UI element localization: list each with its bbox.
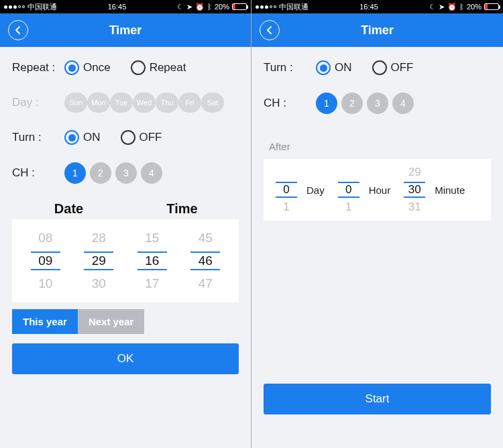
day-wheel[interactable]: 0 1	[273, 164, 300, 215]
channel-1[interactable]: 1	[64, 162, 86, 184]
radio-unchecked-icon	[372, 60, 387, 75]
tab-next-year[interactable]: Next year	[78, 309, 145, 334]
channel-3[interactable]: 3	[115, 162, 137, 184]
picker-header: Date Time	[12, 201, 239, 217]
status-bar: 中国联通 16:45 ☾ ➤ ⏰ ᛒ 20%	[252, 0, 503, 13]
time-header: Time	[125, 201, 239, 217]
radio-unchecked-icon	[131, 60, 146, 75]
page-title: Timer	[361, 23, 394, 38]
month-wheel[interactable]: 08 09 10	[19, 229, 72, 293]
channel-label: CH :	[12, 166, 64, 180]
back-button[interactable]	[8, 20, 28, 40]
nav-bar: Timer	[0, 13, 251, 47]
screen-timer-countdown: 中国联通 16:45 ☾ ➤ ⏰ ᛒ 20% Timer Turn : ON	[252, 0, 503, 448]
channel-3[interactable]: 3	[367, 93, 388, 114]
day-chip-fri[interactable]: Fri	[178, 93, 201, 113]
hour-wheel[interactable]: 15 16 17	[125, 229, 179, 293]
moon-icon: ☾	[429, 3, 436, 11]
chevron-left-icon	[266, 26, 274, 34]
battery-pct: 20%	[467, 3, 482, 11]
date-header: Date	[12, 201, 125, 217]
alarm-icon: ⏰	[447, 3, 457, 11]
channel-2[interactable]: 2	[341, 93, 363, 114]
screen-timer-schedule: 中国联通 16:45 ☾ ➤ ⏰ ᛒ 20% Timer Repeat : On…	[0, 0, 252, 448]
year-tabs: This year Next year	[12, 309, 239, 334]
moon-icon: ☾	[177, 3, 184, 11]
hour-unit: Hour	[365, 184, 399, 196]
duration-picker[interactable]: 0 1 Day 0 1 Hour 29 30 31 Minute	[264, 159, 491, 221]
status-bar: 中国联通 16:45 ☾ ➤ ⏰ ᛒ 20%	[0, 0, 251, 13]
carrier-label: 中国联通	[27, 2, 57, 12]
signal-dots-icon	[256, 5, 276, 9]
radio-unchecked-icon	[121, 130, 135, 145]
repeat-label: Repeat :	[12, 61, 64, 74]
back-button[interactable]	[260, 20, 280, 40]
bluetooth-icon: ᛒ	[459, 3, 464, 11]
day-unit: Day	[302, 184, 333, 196]
radio-checked-icon	[64, 60, 79, 75]
day-label: Day :	[12, 96, 64, 109]
after-label: After	[269, 141, 491, 152]
turn-on-option[interactable]: ON	[316, 60, 352, 75]
radio-checked-icon	[64, 130, 79, 145]
channel-1[interactable]: 1	[316, 93, 337, 114]
repeat-repeat-option[interactable]: Repeat	[131, 60, 186, 75]
carrier-label: 中国联通	[279, 2, 309, 12]
channel-row: CH : 1 2 3 4	[264, 93, 491, 114]
repeat-once-option[interactable]: Once	[64, 60, 111, 75]
clock-label: 16:45	[359, 3, 378, 11]
channel-label: CH :	[264, 97, 316, 110]
turn-on-option[interactable]: ON	[64, 130, 101, 145]
battery-icon	[232, 3, 247, 10]
location-icon: ➤	[439, 3, 445, 11]
day-chip-sat[interactable]: Sat	[201, 93, 224, 113]
battery-pct: 20%	[215, 3, 229, 11]
turn-off-option[interactable]: OFF	[121, 130, 162, 145]
bluetooth-icon: ᛒ	[207, 3, 212, 11]
day-chip-wed[interactable]: Wed	[133, 93, 156, 113]
channel-2[interactable]: 2	[90, 162, 111, 184]
hour-wheel[interactable]: 0 1	[335, 164, 362, 215]
signal-dots-icon	[4, 5, 25, 9]
day-chip-tue[interactable]: Tue	[110, 93, 133, 113]
minute-wheel[interactable]: 29 30 31	[401, 164, 428, 215]
day-row: Day : Sun Mon Tue Wed Thu Fri Sat	[12, 93, 239, 113]
channel-4[interactable]: 4	[392, 93, 414, 114]
turn-row: Turn : ON OFF	[264, 60, 491, 75]
minute-unit: Minute	[431, 184, 473, 196]
channel-4[interactable]: 4	[141, 162, 162, 184]
clock-label: 16:45	[108, 3, 127, 11]
page-title: Timer	[109, 23, 142, 38]
day-chip-sun[interactable]: Sun	[64, 93, 87, 113]
turn-label: Turn :	[12, 131, 64, 144]
repeat-row: Repeat : Once Repeat	[12, 60, 239, 75]
minute-wheel[interactable]: 45 46 47	[179, 229, 233, 293]
turn-row: Turn : ON OFF	[12, 130, 239, 145]
radio-checked-icon	[316, 60, 331, 75]
day-chip-thu[interactable]: Thu	[156, 93, 178, 113]
day-wheel[interactable]: 28 29 30	[72, 229, 126, 293]
turn-label: Turn :	[264, 61, 316, 74]
ok-button[interactable]: OK	[12, 343, 239, 374]
alarm-icon: ⏰	[195, 3, 205, 11]
datetime-picker[interactable]: 08 09 10 28 29 30 15 16 17 45 46 47	[12, 219, 239, 302]
tab-this-year[interactable]: This year	[12, 309, 78, 334]
battery-icon	[484, 3, 499, 10]
start-button[interactable]: Start	[264, 384, 491, 414]
turn-off-option[interactable]: OFF	[372, 60, 414, 75]
channel-row: CH : 1 2 3 4	[12, 162, 239, 184]
day-chip-mon[interactable]: Mon	[87, 93, 110, 113]
nav-bar: Timer	[252, 13, 503, 47]
chevron-left-icon	[14, 26, 22, 34]
location-icon: ➤	[186, 3, 192, 11]
